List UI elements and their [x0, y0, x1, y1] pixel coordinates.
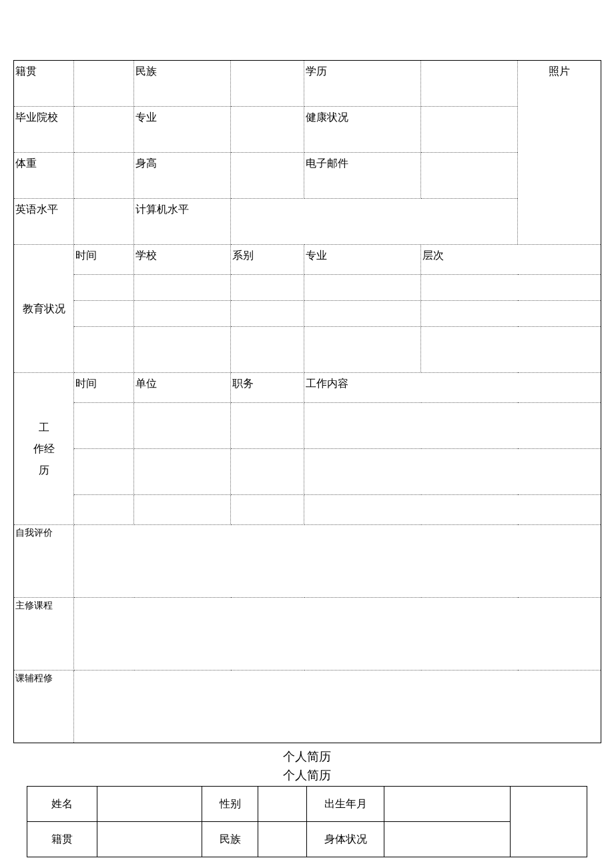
t2-label-birth: 出生年月 [307, 787, 384, 822]
edu-cell [304, 275, 421, 301]
cell [231, 153, 304, 199]
edu-cell [231, 275, 304, 301]
edu-cell [74, 301, 134, 327]
cell [74, 61, 134, 107]
t2-cell [258, 822, 307, 857]
cell [74, 107, 134, 153]
cell [74, 199, 134, 245]
edu-cell [421, 301, 601, 327]
cell [421, 61, 518, 107]
work-header-content: 工作内容 [304, 373, 601, 403]
work-cell [74, 495, 134, 525]
label-english: 英语水平 [14, 199, 74, 245]
label-weight: 体重 [14, 153, 74, 199]
edu-cell [231, 301, 304, 327]
edu-header-dept: 系别 [231, 245, 304, 275]
t2-label-jiguan: 籍贯 [27, 822, 97, 857]
work-cell [304, 449, 601, 495]
label-aux-course: 课辅程修 [14, 671, 74, 743]
t2-cell [258, 787, 307, 822]
edu-header-major: 专业 [304, 245, 421, 275]
work-label-part: 工 [39, 422, 49, 433]
work-header-post: 职务 [231, 373, 304, 403]
photo-cell: 照片 [518, 61, 601, 245]
cell [421, 107, 518, 153]
work-cell [231, 403, 304, 449]
label-email: 电子邮件 [304, 153, 421, 199]
edu-cell [74, 275, 134, 301]
t2-label-body: 身体状况 [307, 822, 384, 857]
t2-label-name: 姓名 [27, 787, 97, 822]
label-computer: 计算机水平 [134, 199, 231, 245]
title-2: 个人简历 [13, 767, 601, 783]
work-cell [304, 495, 601, 525]
work-header-time: 时间 [74, 373, 134, 403]
work-cell [231, 449, 304, 495]
t2-cell [97, 822, 202, 857]
edu-cell [134, 301, 231, 327]
work-label-part: 历 [39, 464, 49, 476]
edu-cell [231, 327, 304, 373]
cell [74, 153, 134, 199]
main-course-cell [74, 598, 601, 671]
work-cell [134, 495, 231, 525]
cell [421, 153, 518, 199]
work-header-unit: 单位 [134, 373, 231, 403]
self-eval-cell [74, 525, 601, 598]
work-cell [134, 403, 231, 449]
edu-cell [134, 275, 231, 301]
title-1: 个人简历 [13, 749, 601, 765]
edu-header-school: 学校 [134, 245, 231, 275]
label-main-course: 主修课程 [14, 598, 74, 671]
resume-table-2: 姓名 性别 出生年月 籍贯 民族 身体状况 [27, 786, 587, 857]
edu-header-time: 时间 [74, 245, 134, 275]
cell [231, 199, 518, 245]
edu-cell [304, 301, 421, 327]
t2-cell [384, 822, 510, 857]
label-minzu: 民族 [134, 61, 231, 107]
resume-table-1: 籍贯 民族 学历 照片 毕业院校 专业 健康状况 体重 身高 电子邮件 [13, 60, 601, 743]
cell [231, 61, 304, 107]
cell [231, 107, 304, 153]
t2-photo-cell [510, 787, 587, 857]
work-cell [134, 449, 231, 495]
work-label-part: 作经 [33, 443, 55, 454]
aux-course-cell [74, 671, 601, 743]
edu-header-level: 层次 [421, 245, 601, 275]
t2-cell [384, 787, 510, 822]
label-self-eval: 自我评价 [14, 525, 74, 598]
edu-cell [304, 327, 421, 373]
label-education: 教育状况 [14, 245, 74, 373]
work-cell [304, 403, 601, 449]
label-health: 健康状况 [304, 107, 421, 153]
edu-cell [421, 275, 601, 301]
t2-label-gender: 性别 [202, 787, 258, 822]
work-cell [74, 449, 134, 495]
edu-cell [74, 327, 134, 373]
t2-cell [97, 787, 202, 822]
label-work: 工 作经 历 [14, 373, 74, 525]
label-major: 专业 [134, 107, 231, 153]
label-jiguan: 籍贯 [14, 61, 74, 107]
label-height: 身高 [134, 153, 231, 199]
edu-cell [421, 327, 601, 373]
edu-cell [134, 327, 231, 373]
work-cell [231, 495, 304, 525]
label-xueli: 学历 [304, 61, 421, 107]
work-cell [74, 403, 134, 449]
label-school: 毕业院校 [14, 107, 74, 153]
t2-label-minzu: 民族 [202, 822, 258, 857]
